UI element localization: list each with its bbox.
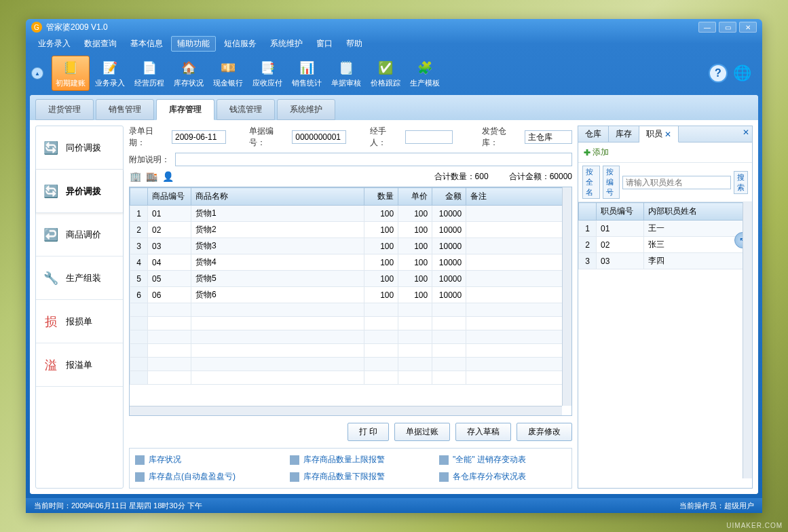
sidebar-item-5[interactable]: 溢报溢单 [36, 343, 123, 387]
scrollbar-vertical[interactable] [562, 187, 571, 406]
right-col-header-2[interactable]: 内部职员姓名 [644, 203, 752, 221]
tool-5[interactable]: 📑应收应付 [248, 56, 286, 91]
menu-2[interactable]: 基本信息 [125, 37, 168, 51]
link-icon [439, 455, 449, 465]
table-row[interactable]: 202货物210010010000 [130, 222, 571, 238]
tool-8[interactable]: ✅价格跟踪 [367, 56, 405, 91]
tab-0[interactable]: 进货管理 [35, 99, 94, 120]
col-header-2[interactable]: 商品名称 [191, 188, 364, 206]
doc-input[interactable] [292, 130, 346, 144]
tool-6[interactable]: 📊销售统计 [288, 56, 326, 91]
table-row[interactable]: 101货物110010010000 [130, 206, 571, 222]
tool-3[interactable]: 🏠库存状况 [170, 56, 208, 91]
collapse-toolbar-icon[interactable]: ▲ [31, 67, 43, 79]
link-icon [290, 472, 299, 482]
col-header-4[interactable]: 单价 [398, 188, 432, 206]
menu-1[interactable]: 数据查询 [79, 37, 122, 51]
employee-search-input[interactable] [622, 176, 731, 189]
action-1[interactable]: 单据过账 [394, 423, 450, 441]
table-row-empty[interactable] [130, 358, 571, 371]
search-button[interactable]: 搜索 [734, 171, 748, 194]
table-row[interactable]: 505货物510010010000 [130, 271, 571, 287]
link-0-0[interactable]: 库存状况 [135, 454, 236, 466]
tool-9[interactable]: 🧩生产模板 [406, 56, 444, 91]
col-header-6[interactable]: 备注 [466, 188, 571, 206]
menu-7[interactable]: 帮助 [341, 37, 368, 51]
panel-close-icon[interactable]: ✕ [743, 128, 749, 137]
tab-2[interactable]: 库存管理 [156, 99, 214, 120]
sidebar-item-3[interactable]: 🔧生产组装 [36, 256, 123, 300]
col-header-3[interactable]: 数量 [364, 188, 398, 206]
main-grid[interactable]: 商品编号商品名称数量单价金额备注101货物110010010000202货物21… [129, 187, 572, 416]
tool-0[interactable]: 📒初期建账 [52, 56, 90, 91]
help-icon[interactable]: ? [709, 64, 728, 83]
minimize-button[interactable]: — [698, 22, 716, 33]
tool-1[interactable]: 📝业务录入 [91, 56, 129, 91]
maximize-button[interactable]: ▭ [719, 22, 736, 33]
right-table-row[interactable]: 202张三 [579, 237, 752, 253]
add-button[interactable]: ✚ 添加 [584, 147, 609, 158]
tool-2[interactable]: 📄经营历程 [130, 56, 168, 91]
table-row-empty[interactable] [130, 330, 571, 344]
right-tab-1[interactable]: 库存 [609, 126, 639, 142]
menu-0[interactable]: 业务录入 [33, 37, 76, 51]
sidebar-item-2[interactable]: ↩️商品调价 [36, 213, 123, 256]
tab-4[interactable]: 系统维护 [277, 99, 335, 120]
search-mode-code[interactable]: 按编号 [603, 166, 620, 199]
toolbar: 📒初期建账📝业务录入📄经营历程🏠库存状况💴现金银行📑应收应付📊销售统计🗒️单据审… [48, 54, 709, 92]
table-row-empty[interactable] [130, 371, 571, 385]
sum-qty-label: 合计数量： [434, 172, 475, 181]
menu-6[interactable]: 窗口 [311, 37, 338, 51]
link-0-1[interactable]: 库存盘点(自动盘盈盘亏) [135, 471, 236, 482]
globe-icon[interactable]: 🌐 [733, 64, 751, 82]
right-scrollbar-vertical[interactable] [743, 202, 752, 478]
person-icon[interactable]: 👤 [162, 170, 174, 183]
col-header-0[interactable] [130, 188, 148, 206]
search-mode-fullname[interactable]: 按全名 [582, 166, 600, 199]
table-row-empty[interactable] [130, 303, 571, 317]
tab-1[interactable]: 销售管理 [96, 99, 154, 120]
menu-4[interactable]: 短信服务 [219, 37, 262, 51]
app-window: G 管家婆2009 V1.0 — ▭ ✕ 业务录入数据查询基本信息辅助功能短信服… [26, 19, 762, 513]
right-table-row[interactable]: 303李四 [579, 253, 752, 269]
note-input[interactable] [175, 153, 572, 166]
right-tab-0[interactable]: 仓库 [578, 126, 609, 142]
table-row-empty[interactable] [130, 317, 571, 330]
link-2-1[interactable]: 各仓库存分布状况表 [439, 471, 526, 482]
sidebar-item-4[interactable]: 损报损单 [36, 300, 123, 343]
action-3[interactable]: 废弃修改 [517, 423, 572, 441]
right-tab-2[interactable]: 职员 ✕ [639, 126, 679, 142]
tool-7[interactable]: 🗒️单据审核 [327, 56, 365, 91]
table-row[interactable]: 606货物610010010000 [130, 287, 571, 303]
table-row-empty[interactable] [130, 344, 571, 358]
table-row[interactable]: 404货物410010010000 [130, 254, 571, 271]
action-2[interactable]: 存入草稿 [455, 423, 511, 441]
link-1-1[interactable]: 库存商品数量下限报警 [290, 471, 385, 482]
menu-3[interactable]: 辅助功能 [171, 36, 216, 52]
sidebar-item-1[interactable]: 🔄异价调拨 [36, 170, 123, 213]
right-col-header-1[interactable]: 职员编号 [597, 203, 644, 221]
handler-input[interactable] [405, 130, 453, 144]
tool-icon-3: 🏠 [179, 59, 198, 77]
tab-close-icon[interactable]: ✕ [664, 130, 671, 139]
titlebar[interactable]: G 管家婆2009 V1.0 — ▭ ✕ [26, 19, 762, 35]
right-table-row[interactable]: 101王一 [579, 221, 752, 237]
warehouse-input[interactable] [525, 130, 572, 144]
tool-4[interactable]: 💴现金银行 [209, 56, 247, 91]
scrollbar-horizontal[interactable] [130, 406, 562, 415]
grid-icon[interactable]: 🏢 [129, 170, 141, 183]
col-header-5[interactable]: 金额 [432, 188, 466, 206]
action-0[interactable]: 打 印 [348, 423, 389, 441]
table-row[interactable]: 303货物310010010000 [130, 238, 571, 254]
col-header-1[interactable]: 商品编号 [148, 188, 191, 206]
close-button[interactable]: ✕ [739, 22, 757, 33]
tab-3[interactable]: 钱流管理 [217, 99, 275, 120]
link-2-0[interactable]: "全能" 进销存变动表 [439, 454, 526, 466]
date-input[interactable] [172, 130, 226, 144]
sidebar-item-0[interactable]: 🔄同价调拨 [36, 126, 123, 170]
building-icon[interactable]: 🏬 [145, 170, 157, 183]
right-col-header-0[interactable] [579, 203, 597, 221]
sidebar-icon-5: 溢 [43, 357, 59, 373]
menu-5[interactable]: 系统维护 [265, 37, 308, 51]
link-1-0[interactable]: 库存商品数量上限报警 [290, 454, 385, 466]
